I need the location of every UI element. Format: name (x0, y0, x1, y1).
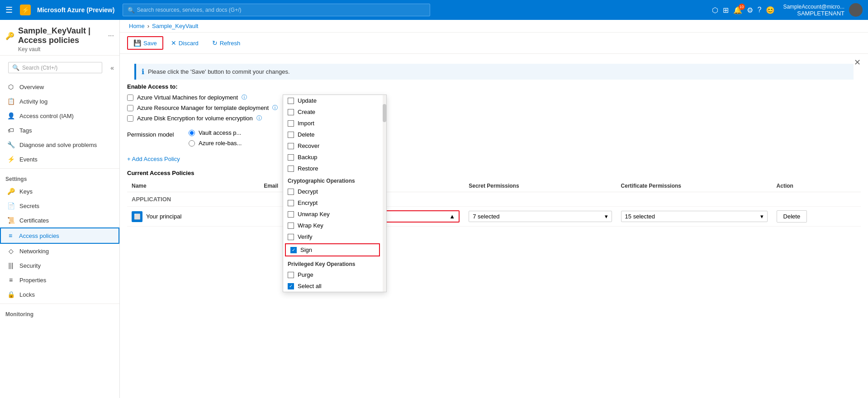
disk-info-icon[interactable]: ⓘ (256, 114, 262, 122)
avatar[interactable] (849, 3, 863, 17)
col-secret-perms: Secret Permissions (464, 180, 616, 192)
arm-checkbox[interactable] (127, 105, 133, 111)
dd-item-backup[interactable]: Backup (283, 152, 382, 163)
sidebar-item-access-control[interactable]: 👤 Access control (IAM) (0, 109, 119, 123)
unwrap-label: Unwrap Key (298, 211, 330, 218)
section-label: APPLICATION (127, 192, 861, 207)
more-options-icon[interactable]: ··· (108, 32, 114, 40)
disk-checkbox-row: Azure Disk Encryption for volume encrypt… (127, 114, 861, 122)
portal-settings-icon[interactable]: ⊞ (723, 6, 729, 14)
wrap-checkbox[interactable] (288, 223, 294, 229)
sidebar-item-events[interactable]: ⚡ Events (0, 152, 119, 166)
sidebar-search[interactable]: 🔍 (8, 62, 102, 73)
enable-access-label: Enable Access to: (127, 83, 861, 90)
vm-label: Azure Virtual Machines for deployment (137, 94, 238, 101)
dd-item-create[interactable]: Create (283, 106, 382, 118)
info-message: Please click the 'Save' button to commit… (148, 68, 290, 75)
sidebar-search-input[interactable] (22, 65, 98, 71)
feedback-icon[interactable]: 😊 (766, 6, 775, 14)
dd-item-update[interactable]: Update (283, 95, 382, 106)
dd-item-encrypt[interactable]: Encrypt (283, 197, 382, 208)
dd-item-sign[interactable]: Sign (285, 243, 380, 256)
sidebar-item-tags[interactable]: 🏷 Tags (0, 123, 119, 137)
import-checkbox[interactable] (288, 120, 294, 127)
dd-item-import[interactable]: Import (283, 118, 382, 129)
networking-icon: ◇ (7, 247, 15, 255)
backup-checkbox[interactable] (288, 154, 294, 161)
notifications-icon[interactable]: 🔔 10 (733, 6, 742, 14)
vm-checkbox[interactable] (127, 95, 133, 101)
info-icon: ℹ (142, 67, 144, 76)
dd-item-select-all[interactable]: Select all (283, 280, 382, 292)
dd-item-restore[interactable]: Restore (283, 163, 382, 174)
sidebar-nav: ⬡ Overview 📋 Activity log 👤 Access contr… (0, 80, 119, 398)
scrollbar-thumb[interactable] (383, 104, 386, 122)
sidebar-item-access-policies[interactable]: ≡ Access policies (0, 227, 119, 244)
delete-label: Delete (298, 131, 315, 138)
close-button[interactable]: ✕ (854, 57, 861, 67)
sidebar-item-secrets[interactable]: 📄 Secrets (0, 199, 119, 213)
save-label: Save (143, 40, 157, 47)
cloud-shell-icon[interactable]: ⬡ (712, 6, 718, 14)
select-all-checkbox[interactable] (288, 283, 294, 289)
breadcrumb-home[interactable]: Home (129, 23, 145, 29)
dd-item-verify[interactable]: Verify (283, 231, 382, 242)
collapse-sidebar-button[interactable]: « (109, 62, 116, 73)
sidebar-item-activity-log[interactable]: 📋 Activity log (0, 94, 119, 109)
refresh-button[interactable]: ↻ Refresh (206, 37, 247, 49)
global-search-input[interactable] (137, 7, 425, 13)
wrap-label: Wrap Key (298, 222, 323, 229)
dd-item-unwrap[interactable]: Unwrap Key (283, 208, 382, 220)
recover-checkbox[interactable] (288, 143, 294, 149)
policies-table: Name Email Key Permissions Secret Permis… (127, 180, 861, 227)
top-nav-icons: ⬡ ⊞ 🔔 10 ⚙ ? 😊 SampleAccount@micro... SA… (712, 3, 863, 17)
dd-item-decrypt[interactable]: Decrypt (283, 186, 382, 197)
sidebar-item-properties[interactable]: ≡ Properties (0, 273, 119, 287)
add-access-policy-link[interactable]: + Add Access Policy (127, 156, 861, 162)
sidebar-item-locks[interactable]: 🔒 Locks (0, 287, 119, 302)
delete-button[interactable]: Delete (777, 210, 807, 223)
delete-checkbox[interactable] (288, 132, 294, 138)
cert-permissions-dropdown[interactable]: 15 selected ▾ (621, 211, 768, 222)
verify-checkbox[interactable] (288, 234, 294, 240)
create-checkbox[interactable] (288, 109, 294, 115)
dd-item-delete[interactable]: Delete (283, 129, 382, 140)
refresh-label: Refresh (220, 40, 241, 47)
sign-checkbox[interactable] (290, 247, 297, 253)
secret-permissions-value: 7 selected (473, 213, 499, 220)
sidebar-item-overview[interactable]: ⬡ Overview (0, 80, 119, 94)
secret-permissions-dropdown[interactable]: 7 selected ▾ (469, 211, 612, 222)
disk-checkbox[interactable] (127, 115, 133, 122)
brand-label: Microsoft Azure (Preview) (37, 6, 114, 14)
arm-info-icon[interactable]: ⓘ (272, 104, 278, 112)
menu-icon[interactable]: ☰ (5, 5, 13, 15)
dd-item-wrap[interactable]: Wrap Key (283, 220, 382, 231)
breadcrumb-vault[interactable]: Sample_KeyVault (152, 23, 198, 29)
sidebar-item-keys[interactable]: 🔑 Keys (0, 184, 119, 199)
settings-icon[interactable]: ⚙ (747, 6, 753, 14)
restore-checkbox[interactable] (288, 166, 294, 172)
global-search-bar[interactable]: 🔍 (123, 4, 430, 16)
decrypt-checkbox[interactable] (288, 189, 294, 195)
role-based-radio[interactable] (189, 140, 195, 147)
discard-button[interactable]: ✕ Discard (165, 37, 204, 49)
sidebar-item-certificates[interactable]: 📜 Certificates (0, 213, 119, 227)
save-icon: 💾 (133, 39, 141, 47)
help-icon[interactable]: ? (758, 6, 762, 14)
enable-access-section: Enable Access to: Azure Virtual Machines… (127, 83, 861, 122)
sidebar-item-networking[interactable]: ◇ Networking (0, 244, 119, 258)
encrypt-checkbox[interactable] (288, 200, 294, 206)
purge-checkbox[interactable] (288, 272, 294, 278)
vm-info-icon[interactable]: ⓘ (242, 94, 247, 101)
dd-item-purge[interactable]: Purge (283, 269, 382, 280)
principal-icon: ⬜ (132, 211, 142, 222)
dd-item-recover[interactable]: Recover (283, 140, 382, 152)
sidebar-item-diagnose[interactable]: 🔧 Diagnose and solve problems (0, 137, 119, 152)
update-checkbox[interactable] (288, 98, 294, 104)
vault-access-radio[interactable] (189, 130, 195, 136)
save-button[interactable]: 💾 Save (127, 36, 163, 50)
unwrap-checkbox[interactable] (288, 211, 294, 218)
sidebar-item-label: Tags (19, 127, 32, 134)
sidebar-item-security[interactable]: ||| Security (0, 258, 119, 273)
col-name: Name (127, 180, 259, 192)
